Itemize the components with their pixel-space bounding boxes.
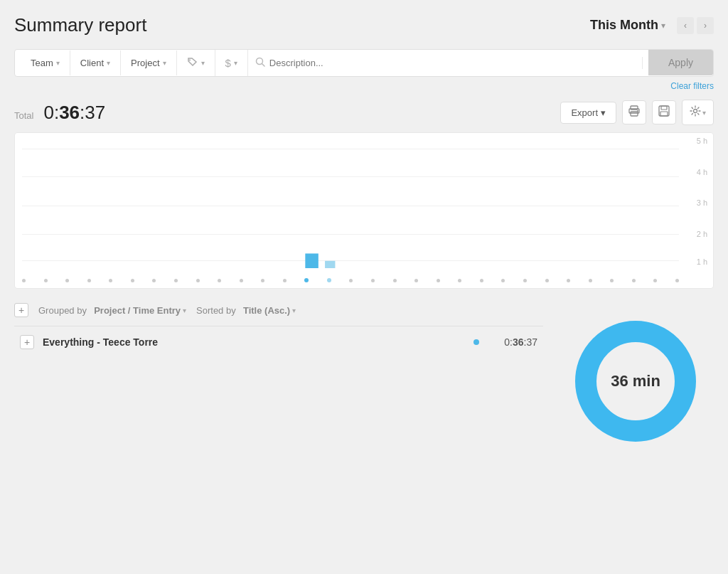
header: Summary report This Month ▾ ‹ › <box>14 14 714 36</box>
entry-color-dot <box>473 339 479 345</box>
month-selector[interactable]: This Month ▾ <box>590 18 665 33</box>
x-dot <box>567 279 570 282</box>
export-button[interactable]: Export ▾ <box>560 102 616 124</box>
x-dot <box>174 279 178 282</box>
project-filter-label: Project <box>131 58 159 68</box>
chart-svg <box>22 140 679 268</box>
team-caret-icon: ▾ <box>56 59 60 67</box>
grouped-by-value: Project / Time Entry <box>94 305 181 316</box>
x-dot <box>261 279 264 282</box>
y-label-4h: 4 h <box>697 168 707 176</box>
x-dot <box>458 279 461 282</box>
gear-caret-icon: ▾ <box>702 109 706 117</box>
tags-filter-button[interactable]: ▾ <box>177 50 215 76</box>
export-label: Export <box>571 107 598 118</box>
clear-filters-link[interactable]: Clear filters <box>670 81 714 91</box>
project-filter-button[interactable]: Project ▾ <box>121 51 176 75</box>
x-dot-active <box>304 278 309 282</box>
search-icon <box>255 57 265 69</box>
print-button[interactable] <box>622 100 646 124</box>
search-input[interactable] <box>269 58 635 68</box>
total-time-prefix: 0: <box>43 102 59 123</box>
nav-next-button[interactable]: › <box>697 17 714 34</box>
group-sort-bar: + Grouped by Project / Time Entry ▾ Sort… <box>14 303 543 317</box>
y-label-1h: 1 h <box>697 257 707 266</box>
table-row: + Everything - Teece Torre 0:36:37 <box>14 326 543 358</box>
search-area <box>248 57 643 69</box>
bottom-section: + Grouped by Project / Time Entry ▾ Sort… <box>14 303 714 445</box>
x-dot <box>523 279 527 282</box>
x-dot <box>371 279 375 282</box>
team-filter-button[interactable]: Team ▾ <box>21 51 70 75</box>
settings-button[interactable]: ▾ <box>682 100 714 125</box>
total-time-suffix: :37 <box>80 102 105 123</box>
x-dot <box>545 279 549 282</box>
svg-point-0 <box>189 60 191 61</box>
x-dot <box>480 279 483 282</box>
svg-rect-4 <box>631 112 638 116</box>
save-button[interactable] <box>652 100 676 124</box>
donut-chart: 36 min <box>572 317 700 445</box>
header-right: This Month ▾ ‹ › <box>590 17 714 34</box>
apply-button[interactable]: Apply <box>648 50 713 75</box>
x-dot <box>414 279 418 282</box>
dollar-filter-button[interactable]: $ ▾ <box>215 50 248 76</box>
svg-point-6 <box>637 110 638 112</box>
row-expand-icon: + <box>24 336 30 348</box>
x-dot <box>283 279 287 282</box>
x-dot <box>152 279 156 282</box>
grouped-by-caret: ▾ <box>183 307 186 314</box>
sorted-by-label: Sorted by Title (Asc.) ▾ <box>196 305 296 316</box>
x-dot <box>240 279 243 282</box>
nav-arrows: ‹ › <box>677 17 714 34</box>
chart-x-axis <box>22 278 679 282</box>
nav-prev-button[interactable]: ‹ <box>677 17 694 34</box>
svg-rect-9 <box>660 112 668 116</box>
grouped-by-label: Grouped by Project / Time Entry ▾ <box>38 305 186 316</box>
x-dot <box>22 279 26 282</box>
total-bar: Total 0:36:37 Export ▾ <box>14 100 714 125</box>
export-caret-icon: ▾ <box>601 107 606 118</box>
sorted-by-caret: ▾ <box>292 307 296 314</box>
svg-line-2 <box>262 64 264 67</box>
period-label: This Month <box>590 18 658 33</box>
tags-caret-icon: ▾ <box>201 59 205 67</box>
x-dot <box>218 279 221 282</box>
x-dot <box>131 279 134 282</box>
x-dot-active2 <box>327 278 331 282</box>
toolbar-right: Export ▾ <box>560 100 714 125</box>
save-icon <box>658 105 670 119</box>
client-filter-button[interactable]: Client ▾ <box>70 51 121 75</box>
chart-container: 5 h 4 h 3 h 2 h 1 h <box>14 132 714 289</box>
x-dot <box>87 279 91 282</box>
svg-rect-12 <box>325 261 335 268</box>
total-time: 0:36:37 <box>43 102 105 124</box>
expand-all-icon: + <box>18 304 24 316</box>
svg-point-10 <box>694 110 697 113</box>
total-display: Total 0:36:37 <box>14 102 105 124</box>
client-caret-icon: ▾ <box>107 59 110 67</box>
sorted-by-value: Title (Asc.) <box>243 305 290 316</box>
svg-rect-8 <box>661 106 667 110</box>
row-expand-button[interactable]: + <box>20 335 34 349</box>
x-dot <box>349 279 353 282</box>
filter-bar: Team ▾ Client ▾ Project ▾ ▾ $ ▾ <box>14 49 714 77</box>
page: Summary report This Month ▾ ‹ › Team ▾ C… <box>0 0 728 574</box>
x-dot <box>44 279 48 282</box>
period-dropdown-icon: ▾ <box>661 21 665 31</box>
y-label-2h: 2 h <box>697 230 707 238</box>
x-dot <box>196 279 200 282</box>
svg-rect-11 <box>305 253 318 268</box>
expand-all-button[interactable]: + <box>14 303 28 317</box>
x-dot <box>653 279 657 282</box>
sorted-by-dropdown[interactable]: Title (Asc.) ▾ <box>238 305 296 316</box>
donut-section: 36 min <box>557 317 714 445</box>
project-caret-icon: ▾ <box>163 59 166 67</box>
total-time-bold: 36 <box>59 102 80 123</box>
x-dot <box>610 279 614 282</box>
grouped-by-dropdown[interactable]: Project / Time Entry ▾ <box>90 305 186 316</box>
entry-time: 0:36:37 <box>488 336 537 348</box>
page-title: Summary report <box>14 14 146 36</box>
total-label: Total <box>14 110 33 121</box>
x-dot <box>501 279 505 282</box>
